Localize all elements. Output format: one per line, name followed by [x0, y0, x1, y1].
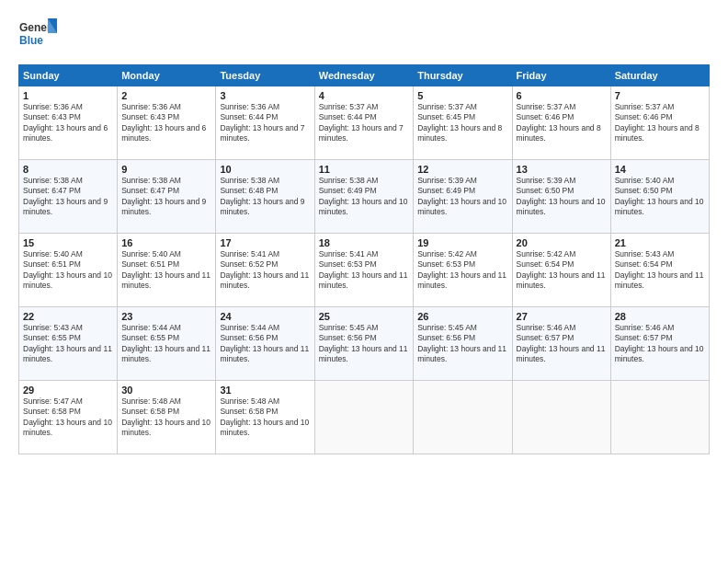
day-info: Sunrise: 5:42 AMSunset: 6:54 PMDaylight:…	[517, 249, 607, 292]
day-info: Sunrise: 5:37 AMSunset: 6:44 PMDaylight:…	[319, 102, 409, 144]
calendar-cell: 6Sunrise: 5:37 AMSunset: 6:46 PMDaylight…	[512, 86, 610, 160]
day-info: Sunrise: 5:36 AMSunset: 6:44 PMDaylight:…	[220, 102, 310, 144]
day-info: Sunrise: 5:38 AMSunset: 6:47 PMDaylight:…	[121, 176, 211, 218]
day-info: Sunrise: 5:45 AMSunset: 6:56 PMDaylight:…	[417, 323, 507, 365]
day-number: 10	[220, 164, 310, 175]
day-number: 25	[319, 311, 409, 322]
day-info: Sunrise: 5:37 AMSunset: 6:45 PMDaylight:…	[417, 102, 507, 144]
day-number: 22	[23, 311, 113, 322]
calendar-cell: 4Sunrise: 5:37 AMSunset: 6:44 PMDaylight…	[314, 86, 413, 160]
calendar-cell: 24Sunrise: 5:44 AMSunset: 6:56 PMDayligh…	[216, 307, 314, 381]
calendar-cell: 10Sunrise: 5:38 AMSunset: 6:48 PMDayligh…	[216, 160, 314, 234]
day-number: 24	[220, 311, 310, 322]
day-number: 26	[417, 311, 507, 322]
calendar-week-4: 22Sunrise: 5:43 AMSunset: 6:55 PMDayligh…	[19, 307, 710, 381]
day-number: 7	[615, 90, 705, 101]
day-info: Sunrise: 5:43 AMSunset: 6:55 PMDaylight:…	[23, 323, 113, 365]
day-info: Sunrise: 5:47 AMSunset: 6:58 PMDaylight:…	[23, 396, 113, 439]
day-number: 8	[23, 164, 113, 175]
day-number: 2	[121, 90, 211, 101]
calendar-week-1: 1Sunrise: 5:36 AMSunset: 6:43 PMDaylight…	[19, 86, 710, 160]
day-info: Sunrise: 5:48 AMSunset: 6:58 PMDaylight:…	[220, 396, 310, 439]
calendar-week-3: 15Sunrise: 5:40 AMSunset: 6:51 PMDayligh…	[19, 234, 710, 307]
day-number: 13	[517, 164, 607, 175]
calendar-cell: 20Sunrise: 5:42 AMSunset: 6:54 PMDayligh…	[512, 234, 610, 307]
calendar-cell: 31Sunrise: 5:48 AMSunset: 6:58 PMDayligh…	[216, 381, 314, 454]
day-info: Sunrise: 5:46 AMSunset: 6:57 PMDaylight:…	[615, 323, 705, 365]
calendar-cell: 27Sunrise: 5:46 AMSunset: 6:57 PMDayligh…	[512, 307, 610, 381]
day-info: Sunrise: 5:39 AMSunset: 6:49 PMDaylight:…	[417, 176, 507, 218]
day-number: 5	[417, 90, 507, 101]
calendar-cell: 21Sunrise: 5:43 AMSunset: 6:54 PMDayligh…	[610, 234, 709, 307]
day-number: 29	[23, 385, 113, 396]
calendar-cell: 30Sunrise: 5:48 AMSunset: 6:58 PMDayligh…	[118, 381, 216, 454]
calendar-cell: 14Sunrise: 5:40 AMSunset: 6:50 PMDayligh…	[610, 160, 709, 234]
day-info: Sunrise: 5:40 AMSunset: 6:51 PMDaylight:…	[23, 249, 113, 292]
calendar-header-row: SundayMondayTuesdayWednesdayThursdayFrid…	[19, 65, 710, 86]
day-number: 23	[121, 311, 211, 322]
day-info: Sunrise: 5:48 AMSunset: 6:58 PMDaylight:…	[121, 396, 211, 439]
calendar-cell: 7Sunrise: 5:37 AMSunset: 6:46 PMDaylight…	[610, 86, 709, 160]
calendar-table: SundayMondayTuesdayWednesdayThursdayFrid…	[18, 64, 710, 454]
day-number: 15	[23, 237, 113, 248]
calendar-cell: 3Sunrise: 5:36 AMSunset: 6:44 PMDaylight…	[216, 86, 314, 160]
calendar-cell: 11Sunrise: 5:38 AMSunset: 6:49 PMDayligh…	[314, 160, 413, 234]
day-number: 9	[121, 164, 211, 175]
day-of-week-friday: Friday	[512, 65, 610, 86]
day-number: 19	[417, 237, 507, 248]
calendar-cell: 9Sunrise: 5:38 AMSunset: 6:47 PMDaylight…	[118, 160, 216, 234]
day-of-week-thursday: Thursday	[414, 65, 512, 86]
day-info: Sunrise: 5:39 AMSunset: 6:50 PMDaylight:…	[517, 176, 607, 218]
calendar-cell: 13Sunrise: 5:39 AMSunset: 6:50 PMDayligh…	[512, 160, 610, 234]
svg-text:Blue: Blue	[19, 34, 43, 47]
logo-svg: General Blue	[18, 17, 57, 55]
day-info: Sunrise: 5:36 AMSunset: 6:43 PMDaylight:…	[121, 102, 211, 144]
calendar-week-2: 8Sunrise: 5:38 AMSunset: 6:47 PMDaylight…	[19, 160, 710, 234]
day-of-week-monday: Monday	[118, 65, 216, 86]
day-number: 16	[121, 237, 211, 248]
day-info: Sunrise: 5:41 AMSunset: 6:53 PMDaylight:…	[319, 249, 409, 292]
page-header: General Blue	[18, 17, 710, 55]
day-number: 28	[615, 311, 705, 322]
day-info: Sunrise: 5:43 AMSunset: 6:54 PMDaylight:…	[615, 249, 705, 292]
day-number: 20	[517, 237, 607, 248]
day-info: Sunrise: 5:40 AMSunset: 6:51 PMDaylight:…	[121, 249, 211, 292]
day-info: Sunrise: 5:38 AMSunset: 6:47 PMDaylight:…	[23, 176, 113, 218]
day-info: Sunrise: 5:38 AMSunset: 6:49 PMDaylight:…	[319, 176, 409, 218]
day-number: 18	[319, 237, 409, 248]
calendar-cell	[610, 381, 709, 454]
day-of-week-saturday: Saturday	[610, 65, 709, 86]
calendar-cell: 2Sunrise: 5:36 AMSunset: 6:43 PMDaylight…	[118, 86, 216, 160]
day-info: Sunrise: 5:41 AMSunset: 6:52 PMDaylight:…	[220, 249, 310, 292]
day-info: Sunrise: 5:36 AMSunset: 6:43 PMDaylight:…	[23, 102, 113, 144]
day-number: 12	[417, 164, 507, 175]
calendar-cell: 29Sunrise: 5:47 AMSunset: 6:58 PMDayligh…	[19, 381, 118, 454]
day-info: Sunrise: 5:44 AMSunset: 6:55 PMDaylight:…	[121, 323, 211, 365]
calendar-cell: 1Sunrise: 5:36 AMSunset: 6:43 PMDaylight…	[19, 86, 118, 160]
calendar-cell: 19Sunrise: 5:42 AMSunset: 6:53 PMDayligh…	[414, 234, 512, 307]
day-info: Sunrise: 5:37 AMSunset: 6:46 PMDaylight:…	[615, 102, 705, 144]
day-number: 17	[220, 237, 310, 248]
calendar-cell: 22Sunrise: 5:43 AMSunset: 6:55 PMDayligh…	[19, 307, 118, 381]
day-of-week-wednesday: Wednesday	[314, 65, 413, 86]
day-number: 21	[615, 237, 705, 248]
calendar-cell: 26Sunrise: 5:45 AMSunset: 6:56 PMDayligh…	[414, 307, 512, 381]
calendar-cell: 28Sunrise: 5:46 AMSunset: 6:57 PMDayligh…	[610, 307, 709, 381]
day-info: Sunrise: 5:38 AMSunset: 6:48 PMDaylight:…	[220, 176, 310, 218]
calendar-cell	[314, 381, 413, 454]
day-number: 6	[517, 90, 607, 101]
day-number: 30	[121, 385, 211, 396]
day-number: 4	[319, 90, 409, 101]
day-number: 14	[615, 164, 705, 175]
calendar-cell	[414, 381, 512, 454]
day-number: 11	[319, 164, 409, 175]
day-info: Sunrise: 5:46 AMSunset: 6:57 PMDaylight:…	[517, 323, 607, 365]
calendar-week-5: 29Sunrise: 5:47 AMSunset: 6:58 PMDayligh…	[19, 381, 710, 454]
logo: General Blue	[18, 17, 57, 55]
calendar-cell: 12Sunrise: 5:39 AMSunset: 6:49 PMDayligh…	[414, 160, 512, 234]
calendar-cell: 18Sunrise: 5:41 AMSunset: 6:53 PMDayligh…	[314, 234, 413, 307]
calendar-cell: 25Sunrise: 5:45 AMSunset: 6:56 PMDayligh…	[314, 307, 413, 381]
calendar-cell: 8Sunrise: 5:38 AMSunset: 6:47 PMDaylight…	[19, 160, 118, 234]
day-number: 27	[517, 311, 607, 322]
calendar-cell	[512, 381, 610, 454]
